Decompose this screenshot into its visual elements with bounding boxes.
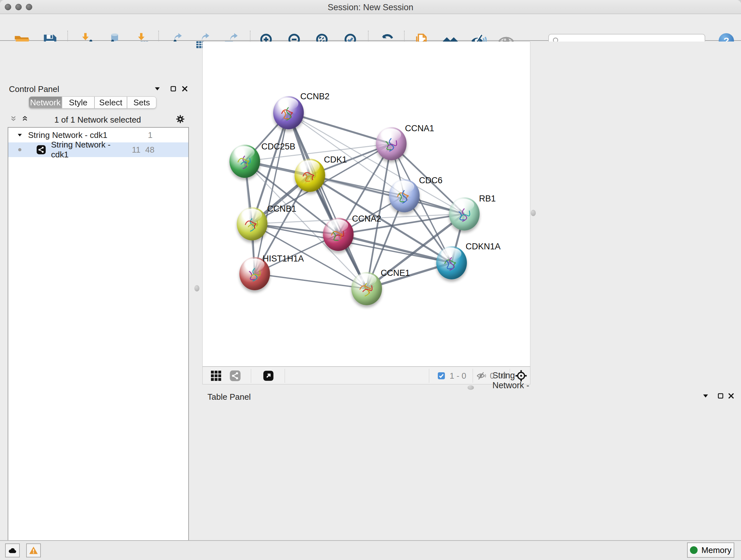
network-selection-status: 1 of 1 Network selected xyxy=(0,115,195,125)
control-panel-tabs: Network Style Select Sets xyxy=(29,97,156,109)
network-share-icon[interactable] xyxy=(229,369,242,382)
string-network-icon xyxy=(36,144,47,155)
protein-structure-thumbnail xyxy=(453,203,475,226)
control-panel-title: Control Panel xyxy=(9,84,59,94)
cloud-icon[interactable] xyxy=(5,543,20,557)
hidden-eye-slash-icon[interactable] xyxy=(476,371,487,381)
node-CDKN1A[interactable] xyxy=(436,246,467,279)
network-row-selected[interactable]: String Network - cdk1 11 48 xyxy=(8,142,188,157)
tab-style[interactable]: Style xyxy=(62,97,94,109)
selected-checkbox-icon[interactable] xyxy=(437,371,446,380)
network-selection-row: 1 of 1 Network selected xyxy=(0,112,195,126)
toolbar-separator xyxy=(285,369,285,383)
memory-button[interactable]: Memory xyxy=(687,543,734,558)
node-CCNA2[interactable] xyxy=(323,218,354,251)
node-CCNE1[interactable] xyxy=(351,272,382,305)
table-panel: Table Panel f(x) shared namenamecanonica… xyxy=(202,390,741,540)
protein-structure-thumbnail xyxy=(441,252,462,275)
protein-structure-thumbnail xyxy=(299,165,321,187)
fit-selected-crosshair-icon[interactable] xyxy=(515,369,528,382)
network-row-label: String Network - cdk1 xyxy=(51,140,126,160)
toolbar-separator xyxy=(473,369,473,383)
protein-structure-thumbnail xyxy=(233,151,256,173)
current-network-dot-icon xyxy=(17,146,23,153)
selected-counts: 1 - 0 xyxy=(450,371,466,381)
tab-select[interactable]: Select xyxy=(94,97,127,109)
edge-CCNB2-CCNA1[interactable] xyxy=(288,113,391,144)
title-bar: Session: New Session xyxy=(0,0,741,14)
network-options-gear-icon[interactable] xyxy=(176,114,185,124)
application-window: Session: New Session ? Control Panel Net… xyxy=(0,0,741,560)
table-panel-title: Table Panel xyxy=(207,392,251,402)
right-splitter-handle[interactable] xyxy=(531,210,536,216)
node-CDC6[interactable] xyxy=(389,179,420,212)
toolbar-separator xyxy=(429,369,429,383)
detach-view-icon[interactable] xyxy=(262,369,275,382)
control-panel-collapse-icon[interactable] xyxy=(153,85,161,92)
table-panel-collapse-icon[interactable] xyxy=(702,392,710,400)
protein-structure-thumbnail xyxy=(380,133,402,156)
node-RB1[interactable] xyxy=(449,197,480,231)
protein-structure-thumbnail xyxy=(327,224,349,246)
network-list: String Network - cdk1 1 String Network -… xyxy=(8,127,189,560)
node-CCNB1[interactable] xyxy=(237,207,267,240)
toolbar-separator xyxy=(251,369,251,383)
protein-structure-thumbnail xyxy=(241,213,263,236)
table-panel-close-icon[interactable] xyxy=(727,392,735,400)
hidden-counts: 0 - 0 xyxy=(490,371,507,381)
node-CCNA1[interactable] xyxy=(376,127,407,160)
window-title: Session: New Session xyxy=(0,3,741,12)
tab-network[interactable]: Network xyxy=(29,97,62,109)
node-HIST1H1A[interactable] xyxy=(239,257,270,290)
node-CCNB2[interactable] xyxy=(273,96,304,129)
edge-CCNB2-HIST1H1A[interactable] xyxy=(255,113,288,273)
network-canvas[interactable]: CCNB2CCNA1CDC25BCDK1CDC6RB1CCNB1CCNA2CDK… xyxy=(202,42,530,367)
edge-HIST1H1A-CCNE1[interactable] xyxy=(255,273,367,289)
network-view-toolbar: String Network - cdk1 1 - 0 0 - 0 xyxy=(202,367,530,384)
protein-structure-thumbnail xyxy=(393,185,415,208)
collection-expand-icon[interactable] xyxy=(17,132,23,138)
main-toolbar: ? xyxy=(0,14,741,41)
control-panel-close-icon[interactable] xyxy=(181,85,189,92)
network-node-count: 11 xyxy=(126,145,140,155)
collection-label: String Network - cdk1 xyxy=(28,130,108,140)
protein-structure-thumbnail xyxy=(244,263,266,286)
edge-CCNB2-CCNE1[interactable] xyxy=(288,113,367,289)
protein-structure-thumbnail xyxy=(277,102,299,125)
node-CDK1[interactable] xyxy=(294,159,325,192)
network-edges-layer xyxy=(203,42,531,367)
table-panel-float-icon[interactable] xyxy=(717,392,724,400)
memory-status-dot xyxy=(690,546,697,554)
tab-sets[interactable]: Sets xyxy=(127,97,156,109)
control-panel-float-icon[interactable] xyxy=(170,85,177,92)
status-bar: Memory xyxy=(0,540,741,560)
memory-label: Memory xyxy=(701,545,731,555)
left-splitter-handle[interactable] xyxy=(194,285,199,292)
collection-count: 1 xyxy=(140,130,152,140)
network-edge-count: 48 xyxy=(140,145,154,155)
warning-icon[interactable] xyxy=(26,543,41,557)
protein-structure-thumbnail xyxy=(355,278,378,301)
control-panel: Control Panel Network Style Select Sets … xyxy=(0,42,195,540)
toolbar-separator xyxy=(510,369,510,383)
birds-eye-view-icon[interactable] xyxy=(210,369,222,382)
node-CDC25B[interactable] xyxy=(229,145,260,178)
bottom-splitter-handle[interactable] xyxy=(468,385,474,390)
